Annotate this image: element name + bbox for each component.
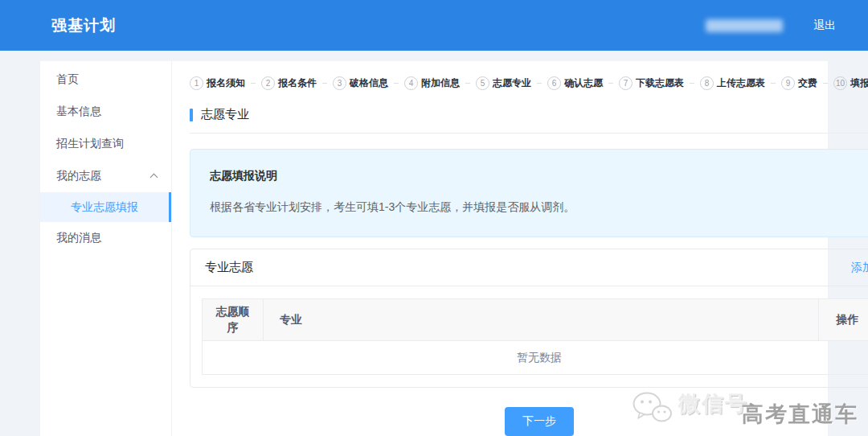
notice-box: 志愿填报说明 根据各省专业计划安排，考生可填1-3个专业志愿，并填报是否服从调剂…: [190, 149, 868, 237]
step-number: 1: [190, 76, 203, 90]
sidebar: 首页 基本信息 招生计划查询 我的志愿 专业志愿填报 我的消息: [40, 61, 172, 436]
step-2: 2报名条件: [261, 76, 317, 90]
logout-button[interactable]: 退出: [813, 19, 836, 33]
chevron-up-icon: [150, 174, 158, 182]
step-number: 2: [261, 76, 275, 90]
sidebar-item-home[interactable]: 首页: [40, 64, 171, 96]
step-9: 9交费: [781, 76, 817, 90]
actions-row: 下一步: [190, 388, 868, 436]
page-title-row: 志愿专业: [190, 107, 868, 134]
step-6: 6确认志愿: [547, 76, 603, 90]
step-1: 1报名须知: [190, 76, 245, 90]
sidebar-item-major-preference-filling[interactable]: 专业志愿填报: [40, 192, 171, 222]
step-number: 7: [619, 76, 633, 90]
panel-header: 专业志愿 添加: [190, 249, 868, 286]
step-separator: [690, 83, 694, 84]
step-separator: [251, 83, 256, 84]
step-number: 4: [404, 76, 418, 90]
step-separator: [322, 83, 327, 84]
app-header: 强基计划 退出: [0, 0, 868, 51]
step-number: 10: [833, 76, 847, 90]
app-title: 强基计划: [51, 15, 116, 36]
step-number: 6: [547, 76, 561, 90]
next-step-button[interactable]: 下一步: [505, 407, 574, 436]
step-8: 8上传志愿表: [700, 76, 765, 90]
step-separator: [465, 83, 470, 84]
step-separator: [771, 83, 776, 84]
step-number: 3: [333, 76, 346, 90]
step-separator: [537, 83, 542, 84]
step-indicator: 1报名须知 2报名条件 3破格信息 4附加信息 5志愿专业 6确认志愿 7下载志…: [190, 76, 868, 90]
step-separator: [394, 83, 399, 84]
preference-table: 志愿顺序 专业 操作 暂无数据: [202, 298, 868, 375]
empty-state-text: 暂无数据: [203, 341, 868, 375]
title-accent-bar: [190, 109, 193, 121]
main-content: 1报名须知 2报名条件 3破格信息 4附加信息 5志愿专业 6确认志愿 7下载志…: [172, 61, 868, 436]
step-3: 3破格信息: [333, 76, 388, 90]
header-right: 退出: [706, 19, 836, 33]
step-5: 5志愿专业: [476, 76, 531, 90]
step-number: 8: [700, 76, 714, 90]
major-preference-panel: 专业志愿 添加 志愿顺序 专业 操作 暂无数据: [190, 249, 868, 388]
panel-body: 志愿顺序 专业 操作 暂无数据: [190, 286, 868, 387]
sidebar-item-label: 我的志愿: [56, 169, 101, 183]
table-header-row: 志愿顺序 专业 操作: [203, 299, 868, 341]
notice-body: 根据各省专业计划安排，考生可填1-3个专业志愿，并填报是否服从调剂。: [210, 200, 868, 215]
step-7: 7下载志愿表: [619, 76, 684, 90]
add-button[interactable]: 添加: [851, 261, 868, 275]
column-header-major: 专业: [264, 299, 819, 341]
sidebar-item-my-messages[interactable]: 我的消息: [40, 222, 171, 254]
column-header-action: 操作: [819, 299, 868, 341]
panel-title: 专业志愿: [205, 260, 253, 275]
column-header-order: 志愿顺序: [203, 299, 264, 341]
step-10: 10填报完成: [833, 76, 868, 90]
sidebar-item-basic-info[interactable]: 基本信息: [40, 96, 171, 128]
step-4: 4附加信息: [404, 76, 460, 90]
content-card: 首页 基本信息 招生计划查询 我的志愿 专业志愿填报 我的消息 1报名须知 2报…: [40, 61, 828, 436]
table-empty-row: 暂无数据: [203, 341, 868, 375]
sidebar-item-admission-plan[interactable]: 招生计划查询: [40, 128, 171, 160]
step-separator: [823, 83, 828, 84]
username-redacted: [706, 19, 783, 32]
step-number: 5: [476, 76, 489, 90]
step-number: 9: [781, 76, 795, 90]
notice-title: 志愿填报说明: [210, 169, 868, 183]
page-title: 志愿专业: [201, 107, 249, 122]
sidebar-item-my-preferences[interactable]: 我的志愿: [40, 160, 171, 192]
step-separator: [608, 83, 613, 84]
